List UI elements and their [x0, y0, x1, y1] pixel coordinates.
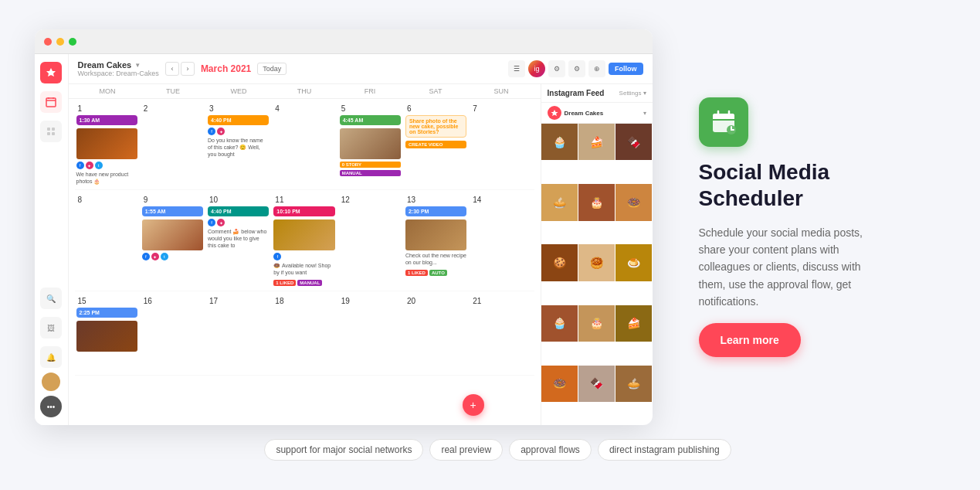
post-text: Check out the new recipe on our blog... [405, 252, 466, 266]
facebook-icon: f [76, 162, 84, 169]
day-header-fri: FRI [337, 84, 403, 98]
ig-cell-12[interactable]: 🍰 [615, 305, 652, 342]
day-1: 1 1:30 AM f ✦ t We have new pro [75, 102, 139, 186]
post-card[interactable]: 4:40 PM [208, 206, 269, 216]
day-16: 16 [141, 294, 205, 372]
sidebar-icon-search[interactable]: 🔍 [40, 288, 62, 309]
ig-cell-10[interactable]: 🧁 [541, 305, 578, 342]
sidebar-logo [40, 62, 62, 83]
manual-tag: MANUAL [340, 170, 401, 176]
post-card[interactable]: 4:45 AM [340, 115, 401, 125]
browser-dot-green [69, 38, 76, 46]
ig-cell-3[interactable]: 🍫 [615, 124, 652, 160]
sidebar-icon-bell[interactable]: 🔔 [40, 346, 62, 368]
day-header-mon: MON [75, 84, 141, 98]
story-tag: 0 STORY [340, 162, 401, 168]
facebook-icon: f [273, 253, 281, 260]
day-header-sat: SAT [403, 84, 469, 98]
calendar-grid: MON TUE WED THU FRI SAT SUN [69, 84, 653, 425]
nav-arrows: ‹ › [165, 62, 195, 76]
ig-cell-13[interactable]: 🍩 [541, 366, 578, 402]
post-card[interactable]: Share photo of the new cake, possible on… [405, 115, 466, 138]
post-image [76, 128, 137, 159]
ig-cell-15[interactable]: 🥧 [615, 366, 652, 402]
manual-tag: MANUAL [297, 280, 322, 286]
more-btn[interactable]: ⊕ [588, 60, 605, 77]
next-month-btn[interactable]: › [181, 62, 195, 76]
day-11: 11 10:10 PM f 🍩 Available now! Shop by i… [272, 193, 336, 288]
svg-rect-0 [46, 98, 56, 107]
post-card[interactable]: 1:55 AM [142, 206, 203, 216]
day-8: 8 [75, 193, 139, 288]
browser-mockup: 🔍 🖼 🔔 ••• Dream Cakes ▼ [35, 29, 653, 425]
post-image [340, 128, 401, 159]
ig-cell-8[interactable]: 🥮 [578, 244, 615, 281]
view-toggle-btn[interactable]: ☰ [508, 60, 525, 77]
workspace-sub: Workspace: Dream-Cakes [78, 70, 159, 77]
post-icons: f ✦ [208, 219, 269, 226]
learn-more-btn[interactable]: Learn more [699, 323, 801, 357]
feature-icon [699, 97, 748, 147]
ig-acc-avatar [548, 106, 561, 120]
liked-tag: 1 LIKED [273, 280, 296, 286]
svg-rect-7 [52, 132, 55, 135]
liked-tag: 1 LIKED [405, 270, 428, 276]
ig-feed-title: Instagram Feed [548, 89, 605, 97]
app-sidebar: 🔍 🖼 🔔 ••• [35, 54, 69, 425]
ig-account[interactable]: Dream Cakes ▾ [541, 103, 653, 124]
ig-grid: 🧁 🍰 🍫 🥧 🎂 🍩 🍪 🥮 🍮 🧁 🎂 [541, 124, 653, 425]
post-card[interactable]: 4:40 PM [208, 115, 269, 125]
ig-cell-4[interactable]: 🥧 [541, 184, 578, 220]
day-13: 13 2:30 PM Check out the new recipe on o… [404, 193, 468, 288]
svg-rect-6 [47, 132, 50, 135]
tag-real-preview: real preview [429, 439, 503, 461]
sidebar-icon-image[interactable]: 🖼 [40, 317, 62, 339]
day-7: 7 [470, 102, 534, 186]
post-icons: f ✦ [208, 128, 269, 135]
post-icons: f ✦ t [76, 162, 137, 169]
filter-btn[interactable]: ⚙ [548, 60, 565, 77]
day-header-tue: TUE [141, 84, 206, 98]
sidebar-circle: ••• [40, 396, 62, 417]
sidebar-icon-calendar[interactable] [40, 91, 62, 113]
ig-cell-5[interactable]: 🎂 [578, 184, 615, 220]
today-btn[interactable]: Today [257, 63, 287, 75]
ig-feed-panel: Instagram Feed Settings ▾ [541, 84, 653, 425]
instagram-icon: ✦ [217, 219, 225, 226]
post-text: We have new product photos 🎂 [76, 171, 137, 185]
post-card[interactable]: 10:10 PM [273, 206, 334, 216]
day-14: 14 [470, 193, 534, 288]
ig-cell-9[interactable]: 🍮 [615, 244, 652, 281]
ig-cell-11[interactable]: 🎂 [578, 305, 615, 342]
prev-month-btn[interactable]: ‹ [165, 62, 179, 76]
ig-cell-1[interactable]: 🧁 [541, 124, 578, 160]
ig-cell-6[interactable]: 🍩 [615, 184, 652, 220]
day-2: 2 [141, 102, 205, 186]
sidebar-icon-grid[interactable] [40, 121, 62, 142]
create-btn[interactable]: CREATE VIDEO [405, 141, 466, 148]
day-20: 20 [404, 294, 468, 372]
instagram-btn[interactable]: ig [528, 60, 545, 77]
post-card[interactable]: 1:30 AM [76, 115, 137, 125]
follow-btn[interactable]: Follow [609, 63, 643, 75]
post-card[interactable]: 2:25 PM [76, 308, 137, 318]
day-17: 17 [206, 294, 270, 372]
post-card[interactable]: 2:30 PM [405, 206, 466, 216]
settings-btn[interactable]: ⚙ [568, 60, 585, 77]
workspace-info: Dream Cakes ▼ Workspace: Dream-Cakes [78, 60, 159, 77]
day-4: 4 [272, 102, 336, 186]
sidebar-avatar[interactable] [42, 373, 60, 391]
tag-approval-flows: approval flows [509, 439, 592, 461]
header-icons: ☰ ig ⚙ ⚙ ⊕ Follow [508, 60, 643, 77]
ig-cell-2[interactable]: 🍰 [578, 124, 615, 160]
fab-add-btn[interactable]: + [463, 394, 484, 416]
day-19: 19 [338, 294, 402, 372]
month-label: March 2021 [201, 63, 251, 74]
ig-cell-14[interactable]: 🍫 [578, 366, 615, 402]
day-10: 10 4:40 PM f ✦ Comment 🍰 below who would… [206, 193, 270, 288]
ig-cell-7[interactable]: 🍪 [541, 244, 578, 281]
workspace-name: Dream Cakes ▼ [78, 60, 159, 70]
post-image [142, 219, 203, 250]
browser-bar [35, 29, 653, 54]
ig-settings-btn[interactable]: Settings ▾ [619, 90, 646, 97]
